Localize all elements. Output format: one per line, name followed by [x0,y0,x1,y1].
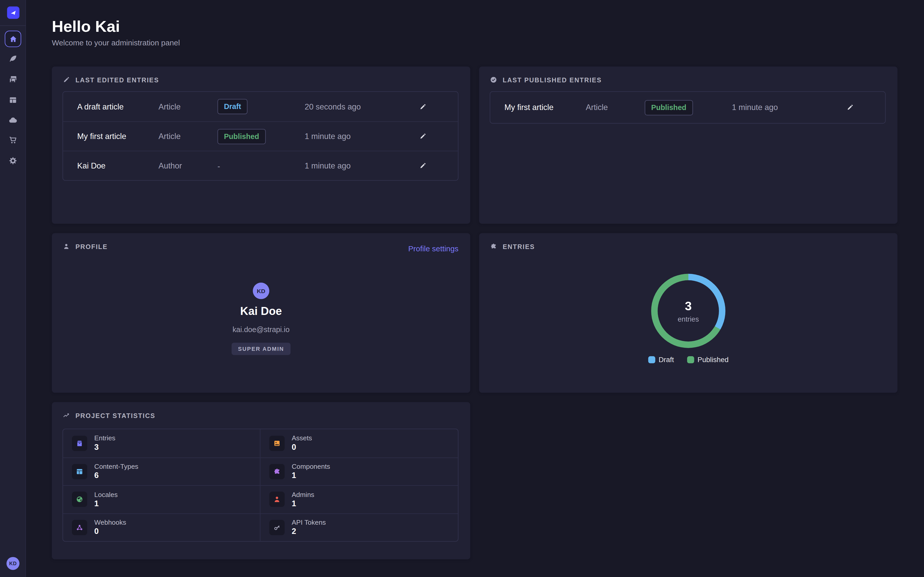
person-icon [62,243,70,250]
content-type-builder-icon [8,95,18,105]
entry-name: My first article [504,103,586,112]
puzzle-icon [269,464,284,479]
stat-label: API Tokens [292,519,326,526]
card-header: PROJECT STATISTICS [62,412,155,419]
layout-icon [72,464,87,479]
last-edited-entries-card: LAST EDITED ENTRIES A draft article Arti… [52,66,470,224]
entry-name: A draft article [77,102,158,111]
status-text: - [217,161,220,170]
main-sidebar: KD [0,0,26,577]
stat-webhooks: Webhooks0 [63,513,260,541]
sidebar-item-deploy[interactable] [5,112,21,128]
status-badge: Published [217,129,266,144]
deploy-cloud-icon [8,115,18,125]
sidebar-divider [0,26,26,26]
profile-email: kai.doe@strapi.io [233,326,289,334]
edit-entry-button[interactable] [417,130,429,142]
sidebar-item-home[interactable] [5,31,21,47]
edit-entry-button[interactable] [417,160,429,172]
entry-name: My first article [77,132,158,140]
entry-time: 1 minute ago [305,161,417,170]
pencil-icon [419,103,426,111]
box-icon [72,435,87,451]
stat-label: Locales [94,491,118,498]
key-icon [269,520,284,535]
entries-chart-card: ENTRIES 3 entries Draft Published [479,233,898,393]
entry-type: Article [586,103,645,112]
stat-value: 0 [94,527,126,536]
home-icon [8,34,17,43]
stat-entries: Entries3 [63,429,260,457]
sidebar-item-marketplace[interactable] [5,132,21,148]
project-statistics-card: PROJECT STATISTICS Entries3 Assets0 Cont… [52,402,470,559]
entry-time: 20 seconds ago [305,102,417,111]
content-manager-icon [8,54,18,64]
card-title: LAST PUBLISHED ENTRIES [502,76,602,83]
stat-admins: Admins1 [260,485,458,513]
entry-status: Published [645,100,732,115]
entry-name: Kai Doe [77,161,158,170]
stat-value: 2 [292,527,326,536]
legend-label: Draft [659,356,674,364]
stat-locales: Locales1 [63,485,260,513]
stat-assets: Assets0 [260,429,458,457]
page-subtitle: Welcome to your administration panel [52,38,180,47]
card-title: ENTRIES [502,243,535,250]
edit-entry-button[interactable] [844,101,856,114]
entry-status: Draft [217,99,305,114]
stat-content-types: Content-Types6 [63,457,260,485]
edit-entry-button[interactable] [417,100,429,113]
stat-value: 3 [94,443,115,451]
legend-item-draft: Draft [648,356,674,364]
profile-avatar: KD [253,283,269,299]
trending-up-icon [62,412,70,419]
role-badge: SUPER ADMIN [231,343,291,355]
profile-card: PROFILE Profile settings KD Kai Doe kai.… [52,233,470,393]
donut-center-label: 3 entries [651,274,725,348]
stat-label: Admins [292,491,314,498]
entry-time: 1 minute ago [305,132,417,140]
user-icon [269,492,284,507]
table-row: My first article Article Published 1 min… [63,121,458,151]
stat-value: 1 [292,499,314,508]
profile-settings-link[interactable]: Profile settings [408,244,459,253]
chart-legend: Draft Published [479,356,898,364]
pencil-icon [846,103,854,111]
donut-unit: entries [678,315,699,323]
stat-label: Entries [94,435,115,442]
status-badge: Published [645,100,693,115]
sidebar-item-media-library[interactable] [5,71,21,88]
card-title: LAST EDITED ENTRIES [76,76,159,83]
user-avatar[interactable]: KD [6,557,19,570]
sidebar-item-content-type-builder[interactable] [5,92,21,108]
legend-item-published: Published [687,356,729,364]
puzzle-icon [490,243,498,250]
status-badge: Draft [217,99,247,114]
picture-icon [269,435,284,451]
card-header: ENTRIES [490,243,535,250]
last-edited-table: A draft article Article Draft 20 seconds… [62,91,459,181]
pencil-icon [62,76,70,84]
marketplace-cart-icon [8,135,18,145]
webhook-icon [72,520,87,535]
profile-name: Kai Doe [240,305,282,318]
entry-type: Author [158,161,218,170]
strapi-admin-dashboard: KD Hello Kai Welcome to your administrat… [0,0,924,577]
stat-value: 6 [94,471,138,480]
stat-value: 1 [94,499,118,508]
stat-api-tokens: API Tokens2 [260,513,458,541]
stat-label: Webhooks [94,519,126,526]
card-header: LAST EDITED ENTRIES [62,76,159,84]
sidebar-item-settings[interactable] [5,153,21,169]
entry-type: Article [158,132,218,140]
strapi-logo-icon[interactable] [7,6,19,19]
sidebar-item-content-manager[interactable] [5,50,21,67]
stat-value: 1 [292,471,330,480]
stat-components: Components1 [260,457,458,485]
table-row: A draft article Article Draft 20 seconds… [63,92,458,121]
globe-icon [72,492,87,507]
donut-total: 3 [685,299,692,313]
pencil-icon [419,132,426,140]
entry-status: - [217,161,305,171]
entry-type: Article [158,102,218,111]
